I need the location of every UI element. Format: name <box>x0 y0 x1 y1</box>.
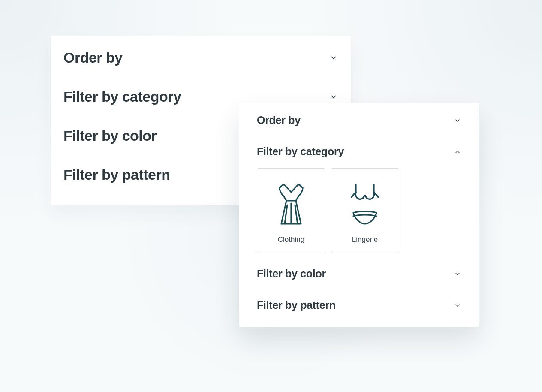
filter-panel-expanded: Order by Filter by category Clothing <box>239 103 479 327</box>
accordion-title: Filter by pattern <box>257 299 336 311</box>
accordion-filter-pattern[interactable]: Filter by pattern <box>257 289 461 311</box>
category-option-clothing[interactable]: Clothing <box>257 168 325 253</box>
chevron-down-icon <box>454 117 461 124</box>
clothing-icon <box>262 176 321 233</box>
category-option-label: Lingerie <box>352 233 378 247</box>
accordion-title: Filter by category <box>63 88 181 105</box>
accordion-order-by[interactable]: Order by <box>63 47 338 77</box>
category-options: Clothing L <box>257 167 461 258</box>
accordion-filter-color[interactable]: Filter by color <box>257 258 461 289</box>
chevron-up-icon <box>454 148 461 155</box>
accordion-title: Order by <box>257 114 301 127</box>
accordion-title: Filter by pattern <box>63 166 170 183</box>
chevron-down-icon <box>329 54 338 62</box>
accordion-filter-category[interactable]: Filter by category <box>257 136 461 167</box>
accordion-title: Filter by color <box>257 268 326 280</box>
chevron-down-icon <box>329 93 338 101</box>
category-option-label: Clothing <box>278 233 304 247</box>
chevron-down-icon <box>454 302 461 309</box>
accordion-title: Filter by category <box>257 145 344 158</box>
accordion-title: Order by <box>63 49 123 66</box>
lingerie-icon <box>335 176 394 233</box>
chevron-down-icon <box>454 271 461 277</box>
accordion-title: Filter by color <box>63 127 157 144</box>
accordion-order-by[interactable]: Order by <box>257 112 461 136</box>
category-option-lingerie[interactable]: Lingerie <box>331 168 399 253</box>
